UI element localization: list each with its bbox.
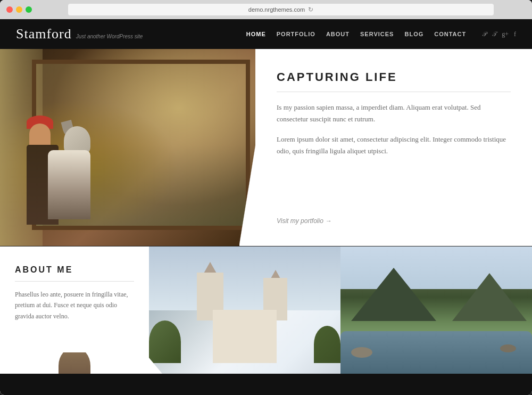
website: Stamford Just another WordPress site HOM… xyxy=(0,19,532,395)
nav-home[interactable]: HOME xyxy=(246,31,266,37)
browser-titlebar: demo.nrgthemes.com ↻ xyxy=(0,0,532,19)
url-text: demo.nrgthemes.com xyxy=(248,6,305,13)
refresh-icon[interactable]: ↻ xyxy=(308,6,313,13)
about-title: ABOUT ME xyxy=(15,265,134,275)
browser-window: demo.nrgthemes.com ↻ Stamford Just anoth… xyxy=(0,0,532,395)
nav-social: 𝒫 𝒯 g+ f xyxy=(482,30,516,38)
river-image xyxy=(340,246,532,374)
river-mountains xyxy=(340,268,532,321)
hero-paragraph-2: Lorem ipsum dolor sit amet, consectetur … xyxy=(277,134,511,157)
site-header: Stamford Just another WordPress site HOM… xyxy=(0,19,532,49)
castle-structure xyxy=(192,278,298,363)
twitter-icon[interactable]: 𝒯 xyxy=(492,30,496,38)
bottom-grid: ABOUT ME Phasellus leo ante, posuere in … xyxy=(0,246,532,374)
hero-image-bg xyxy=(0,49,255,246)
castle-main-body xyxy=(213,310,277,363)
hero-image xyxy=(0,49,255,246)
logo-text: Stamford xyxy=(16,26,72,42)
minimize-button[interactable] xyxy=(16,6,22,13)
google-plus-icon[interactable]: g+ xyxy=(502,30,509,38)
address-bar[interactable]: demo.nrgthemes.com ↻ xyxy=(68,4,494,15)
river-rocks-left xyxy=(351,347,372,358)
avatar-image xyxy=(59,352,90,374)
mountain-right xyxy=(452,273,527,321)
castle-image xyxy=(149,246,340,374)
about-panel: ABOUT ME Phasellus leo ante, posuere in … xyxy=(0,246,149,374)
site-main: CAPTURING LIFE Is my passion sapien mass… xyxy=(0,49,532,395)
maximize-button[interactable] xyxy=(26,6,32,13)
site-nav: HOME PORTFOLIO ABOUT SERVICES BLOG CONTA… xyxy=(246,30,516,38)
facebook-icon[interactable]: f xyxy=(514,30,516,38)
about-divider xyxy=(15,281,134,282)
hero-paragraph-1: Is my passion sapien massa, a imperdiet … xyxy=(277,102,511,125)
mountain-left xyxy=(351,268,436,321)
nav-portfolio[interactable]: PORTFOLIO xyxy=(277,31,315,37)
avatar xyxy=(59,352,90,374)
portfolio-link[interactable]: Visit my portfolio → xyxy=(277,217,511,225)
castle-trees-left xyxy=(149,320,181,363)
pinterest-icon[interactable]: 𝒫 xyxy=(482,30,487,38)
dog-body xyxy=(48,150,90,219)
hero-text-panel: CAPTURING LIFE Is my passion sapien mass… xyxy=(255,49,532,246)
nav-contact[interactable]: CONTACT xyxy=(434,31,466,37)
dog-silhouette xyxy=(43,124,112,219)
about-text: Phasellus leo ante, posuere in fringilla… xyxy=(15,289,134,322)
logo-tagline: Just another WordPress site xyxy=(76,34,143,39)
river-rocks-right xyxy=(500,344,516,352)
nav-blog[interactable]: BLOG xyxy=(404,31,423,37)
nav-about[interactable]: ABOUT xyxy=(326,31,350,37)
nav-services[interactable]: SERVICES xyxy=(360,31,394,37)
hero-divider xyxy=(277,92,511,92)
close-button[interactable] xyxy=(6,6,13,13)
hero-title: CAPTURING LIFE xyxy=(277,70,511,84)
castle-trees-right xyxy=(314,326,340,363)
browser-content: Stamford Just another WordPress site HOM… xyxy=(0,19,532,395)
site-logo: Stamford Just another WordPress site xyxy=(16,26,143,42)
hero-section: CAPTURING LIFE Is my passion sapien mass… xyxy=(0,49,532,246)
traffic-lights xyxy=(6,6,32,13)
